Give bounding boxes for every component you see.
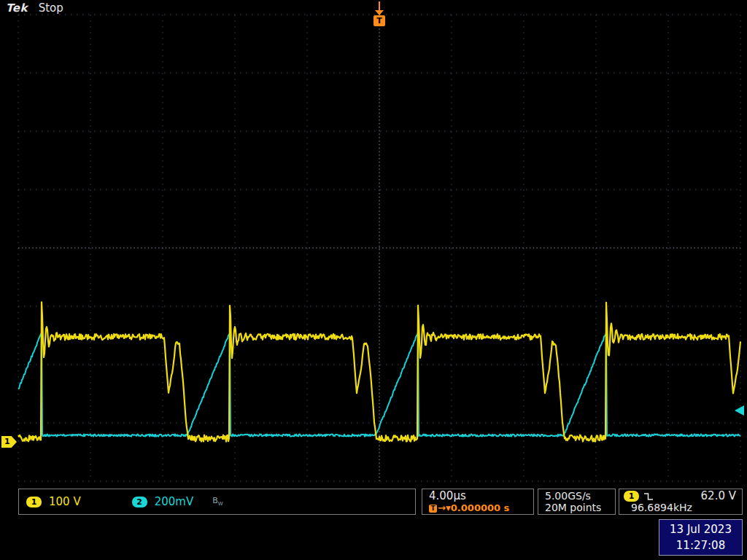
- record-length-readout: 20M points: [538, 502, 615, 513]
- trigger-t-icon: T: [429, 505, 437, 513]
- channel-readout-box: 1 100 V 2 200mV BW: [18, 489, 416, 515]
- sample-rate-readout: 5.00GS/s: [538, 490, 615, 502]
- top-status-bar: Tek Stop: [6, 1, 63, 15]
- ch2-badge[interactable]: 2: [132, 497, 147, 508]
- trigger-time-value: 0.000000 s: [451, 502, 510, 513]
- horizontal-readout-box: 4.00µs T→▼0.000000 s: [422, 489, 534, 515]
- date-readout: 13 Jul 2023: [659, 521, 742, 537]
- marker-down-icon: ▼: [446, 505, 451, 512]
- acquisition-readout-box: 5.00GS/s 20M points: [538, 489, 616, 515]
- trigger-position-readout: T→▼0.000000 s: [422, 502, 533, 514]
- trigger-frequency-readout: 96.6894kHz: [619, 502, 742, 513]
- time-readout: 11:27:08: [659, 537, 742, 553]
- trigger-readout-box: 1 62.0 V 96.6894kHz: [619, 489, 743, 515]
- trigger-arrow-icon: [375, 10, 384, 15]
- arrow-right-icon: →: [438, 502, 446, 513]
- trigger-position-marker[interactable]: T: [374, 15, 385, 26]
- ch2-bandwidth-limit-icon: BW: [212, 496, 222, 507]
- acquisition-status: Stop: [39, 1, 63, 15]
- trigger-source-badge[interactable]: 1: [624, 491, 639, 502]
- ch2-scale-readout: 200mV: [155, 495, 194, 508]
- horizontal-scale-readout: 4.00µs: [422, 490, 533, 502]
- tek-logo: Tek: [6, 1, 28, 15]
- trigger-edge-slope-icon: [643, 491, 654, 502]
- oscilloscope-screen: Tek Stop T 1 1 100 V 2 200mV BW 4.00µs T…: [0, 0, 747, 560]
- graticule-and-waveforms: [0, 0, 747, 560]
- graticule-grid: [18, 15, 740, 481]
- trigger-level-readout: 62.0 V: [701, 490, 736, 502]
- ch1-badge[interactable]: 1: [26, 497, 42, 508]
- ch1-scale-readout: 100 V: [49, 495, 81, 508]
- datetime-display: 13 Jul 2023 11:27:08: [659, 519, 743, 556]
